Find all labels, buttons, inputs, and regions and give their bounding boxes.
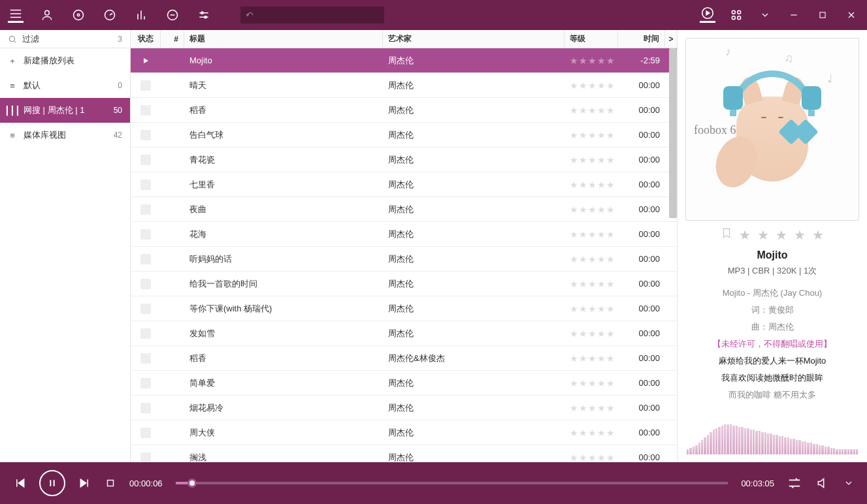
rating-cell[interactable]: ★★★★★: [564, 55, 618, 66]
artist-cell: 周杰伦: [383, 179, 564, 191]
col-num[interactable]: #: [161, 30, 184, 48]
status-cell: [131, 57, 161, 65]
col-time[interactable]: 时间: [618, 30, 665, 48]
dropdown-icon[interactable]: [757, 7, 773, 23]
col-title[interactable]: 标题: [184, 30, 383, 48]
repeat-icon[interactable]: [165, 7, 180, 23]
time-cell: 00:00: [618, 155, 665, 165]
rating-cell[interactable]: ★★★★★: [564, 353, 618, 364]
minimize-icon[interactable]: [786, 7, 802, 23]
table-row[interactable]: 给我一首歌的时间周杰伦★★★★★00:00: [131, 272, 677, 296]
rating-cell[interactable]: ★★★★★: [564, 80, 618, 91]
equalizer-icon[interactable]: [133, 7, 149, 23]
artist-cell: 周杰伦: [383, 328, 564, 339]
star-icon[interactable]: ★: [757, 227, 769, 243]
rating-cell[interactable]: ★★★★★: [564, 180, 618, 190]
rating-cell[interactable]: ★★★★★: [564, 204, 618, 215]
stop-button[interactable]: [105, 477, 116, 489]
album-cover[interactable]: ♪ ♫ ♩ foobox 6: [685, 38, 859, 221]
table-row[interactable]: 夜曲周杰伦★★★★★00:00: [131, 197, 677, 222]
time-cell: 00:00: [618, 452, 665, 462]
table-row[interactable]: 搁浅周杰伦★★★★★00:00: [131, 445, 677, 462]
vertical-scrollbar[interactable]: [669, 48, 677, 218]
rating-cell[interactable]: ★★★★★: [564, 403, 618, 413]
table-row[interactable]: 简单爱周杰伦★★★★★00:00: [131, 371, 677, 396]
music-note-icon: ♩: [827, 71, 832, 86]
progress-thumb[interactable]: [188, 479, 197, 488]
rating-cell[interactable]: ★★★★★: [564, 254, 618, 264]
rating-stars[interactable]: ★★★★★: [685, 227, 859, 243]
rating-cell[interactable]: ★★★★★: [564, 279, 618, 289]
rating-cell[interactable]: ★★★★★: [564, 105, 618, 116]
play-pause-button[interactable]: [39, 470, 65, 496]
table-row[interactable]: 花海周杰伦★★★★★00:00: [131, 222, 677, 247]
svg-point-6: [204, 16, 206, 18]
bookmark-icon[interactable]: [721, 227, 732, 243]
table-row[interactable]: 稻香周杰伦★★★★★00:00: [131, 98, 677, 123]
settings-icon[interactable]: [196, 7, 212, 23]
table-row[interactable]: 七里香周杰伦★★★★★00:00: [131, 172, 677, 197]
title-cell: 夜曲: [184, 204, 383, 215]
table-row[interactable]: 晴天周杰伦★★★★★00:00: [131, 73, 677, 98]
next-button[interactable]: [78, 477, 91, 490]
rating-cell[interactable]: ★★★★★: [564, 328, 618, 339]
table-row[interactable]: 听妈妈的话周杰伦★★★★★00:00: [131, 247, 677, 272]
table-row[interactable]: 烟花易冷周杰伦★★★★★00:00: [131, 396, 677, 420]
prev-button[interactable]: [13, 477, 26, 490]
sidebar-item[interactable]: +新建播放列表: [0, 48, 130, 73]
col-artist[interactable]: 艺术家: [383, 30, 564, 48]
col-rating[interactable]: 等级: [564, 30, 618, 48]
rating-cell[interactable]: ★★★★★: [564, 155, 618, 165]
apps-icon[interactable]: [728, 7, 744, 23]
disc-icon[interactable]: [71, 7, 86, 23]
maximize-icon[interactable]: [815, 7, 830, 23]
rating-cell[interactable]: ★★★★★: [564, 304, 618, 314]
speed-icon[interactable]: [102, 7, 118, 23]
table-row[interactable]: Mojito周杰伦★★★★★-2:59: [131, 48, 677, 73]
table-row[interactable]: 青花瓷周杰伦★★★★★00:00: [131, 148, 677, 172]
now-playing-icon[interactable]: [700, 7, 715, 23]
rating-cell[interactable]: ★★★★★: [564, 229, 618, 240]
table-row[interactable]: 发如雪周杰伦★★★★★00:00: [131, 321, 677, 346]
rating-cell[interactable]: ★★★★★: [564, 130, 618, 140]
time-cell: 00:00: [618, 378, 665, 388]
time-cell: 00:00: [618, 204, 665, 214]
rating-cell[interactable]: ★★★★★: [564, 378, 618, 388]
col-more[interactable]: >: [665, 30, 677, 48]
progress-bar[interactable]: [176, 482, 728, 484]
sidebar-item[interactable]: ≡默认0: [0, 73, 130, 98]
lyrics-panel[interactable]: Mojito - 周杰伦 (Jay Chou)词：黄俊郎曲：周杰伦【未经许可，不…: [685, 285, 859, 418]
sidebar-item-count: 0: [118, 81, 122, 90]
col-status[interactable]: 状态: [131, 30, 161, 48]
table-row[interactable]: 等你下课(with 杨瑞代)周杰伦★★★★★00:00: [131, 296, 677, 321]
table-row[interactable]: 稻香周杰伦&林俊杰★★★★★00:00: [131, 346, 677, 371]
star-icon[interactable]: ★: [794, 227, 806, 243]
status-cell: [131, 378, 161, 388]
search-box[interactable]: [240, 7, 384, 24]
filter-row[interactable]: 过滤 3: [0, 30, 130, 48]
star-icon[interactable]: ★: [776, 227, 787, 243]
star-icon[interactable]: ★: [812, 227, 824, 243]
table-row[interactable]: 告白气球周杰伦★★★★★00:00: [131, 123, 677, 148]
star-icon[interactable]: ★: [739, 227, 751, 243]
table-row[interactable]: 周大侠周杰伦★★★★★00:00: [131, 420, 677, 445]
svg-point-1: [74, 10, 84, 20]
title-cell: 发如雪: [184, 328, 383, 339]
close-icon[interactable]: [843, 7, 859, 23]
titlebar: [0, 0, 867, 30]
sidebar-item[interactable]: ┃┃┃网搜 | 周杰伦 | 150: [0, 98, 130, 123]
sidebar-item-label: 默认: [24, 80, 41, 91]
more-button[interactable]: [843, 478, 854, 488]
time-cell: 00:00: [618, 229, 665, 239]
artist-cell: 周杰伦: [383, 129, 564, 141]
sidebar-item[interactable]: ≡媒体库视图42: [0, 123, 130, 148]
rating-cell[interactable]: ★★★★★: [564, 452, 618, 463]
volume-button[interactable]: [816, 477, 829, 490]
playlist-icon[interactable]: [8, 7, 24, 23]
status-cell: [131, 328, 161, 339]
svg-point-5: [201, 12, 203, 14]
user-icon[interactable]: [39, 7, 55, 23]
time-cell: 00:00: [618, 105, 665, 115]
rating-cell[interactable]: ★★★★★: [564, 428, 618, 438]
shuffle-button[interactable]: [787, 476, 802, 490]
